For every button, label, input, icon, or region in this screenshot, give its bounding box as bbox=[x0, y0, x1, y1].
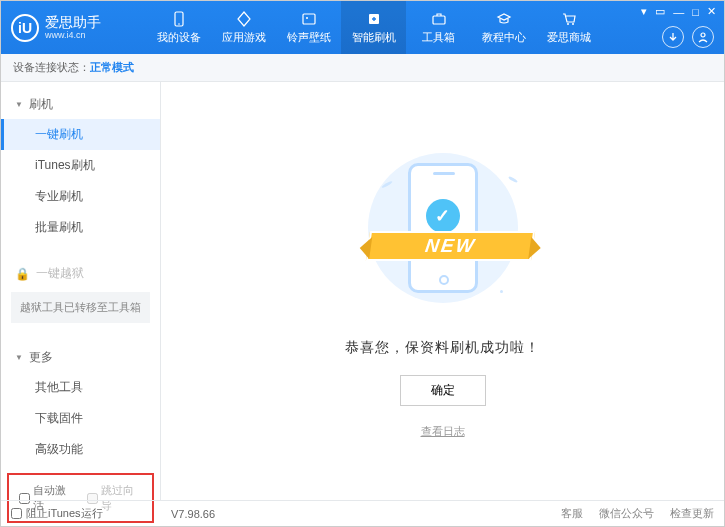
status-bar: 设备连接状态： 正常模式 bbox=[1, 54, 724, 82]
nav-my-device[interactable]: 我的设备 bbox=[146, 1, 211, 54]
nav-ringtones[interactable]: 铃声壁纸 bbox=[276, 1, 341, 54]
svg-point-7 bbox=[572, 23, 574, 25]
menu-icon[interactable]: ▾ bbox=[641, 5, 647, 18]
sidebar-section-more[interactable]: ▼更多 bbox=[1, 343, 160, 372]
logo-area: iU 爱思助手 www.i4.cn bbox=[1, 14, 146, 42]
sidebar-item-onekey[interactable]: 一键刷机 bbox=[1, 119, 160, 150]
ok-button[interactable]: 确定 bbox=[400, 375, 486, 406]
sidebar-item-pro[interactable]: 专业刷机 bbox=[1, 181, 160, 212]
svg-point-1 bbox=[178, 23, 180, 25]
app-url: www.i4.cn bbox=[45, 30, 101, 40]
nav-store[interactable]: 爱思商城 bbox=[536, 1, 601, 54]
new-ribbon: NEW bbox=[365, 231, 534, 261]
download-button[interactable] bbox=[662, 26, 684, 48]
sidebar-item-other[interactable]: 其他工具 bbox=[1, 372, 160, 403]
footer-wechat-link[interactable]: 微信公众号 bbox=[599, 506, 654, 521]
app-icon bbox=[234, 10, 254, 28]
logo-icon: iU bbox=[11, 14, 39, 42]
svg-rect-2 bbox=[303, 14, 315, 24]
sidebar: ▼刷机 一键刷机 iTunes刷机 专业刷机 批量刷机 🔒一键越狱 越狱工具已转… bbox=[1, 82, 161, 500]
success-message: 恭喜您，保资料刷机成功啦！ bbox=[345, 339, 540, 357]
check-icon: ✓ bbox=[426, 199, 460, 233]
footer-update-link[interactable]: 检查更新 bbox=[670, 506, 714, 521]
svg-point-8 bbox=[701, 33, 705, 37]
status-label: 设备连接状态： bbox=[13, 60, 90, 75]
svg-point-6 bbox=[567, 23, 569, 25]
status-mode: 正常模式 bbox=[90, 60, 134, 75]
nav-toolbox[interactable]: 工具箱 bbox=[406, 1, 471, 54]
success-illustration: ✓ NEW bbox=[353, 143, 533, 323]
nav-flash[interactable]: 智能刷机 bbox=[341, 1, 406, 54]
sidebar-item-batch[interactable]: 批量刷机 bbox=[1, 212, 160, 243]
chevron-down-icon: ▼ bbox=[15, 100, 23, 109]
cart-icon bbox=[559, 10, 579, 28]
close-icon[interactable]: ✕ bbox=[707, 5, 716, 18]
window-controls: ▾ ▭ — □ ✕ bbox=[641, 5, 716, 18]
svg-rect-5 bbox=[433, 16, 445, 24]
nav-tutorials[interactable]: 教程中心 bbox=[471, 1, 536, 54]
sidebar-item-advanced[interactable]: 高级功能 bbox=[1, 434, 160, 465]
skin-icon[interactable]: ▭ bbox=[655, 5, 665, 18]
minimize-icon[interactable]: — bbox=[673, 6, 684, 18]
sidebar-item-itunes[interactable]: iTunes刷机 bbox=[1, 150, 160, 181]
nav-tabs: 我的设备 应用游戏 铃声壁纸 智能刷机 工具箱 教程中心 爱思商城 bbox=[146, 1, 601, 54]
chevron-down-icon: ▼ bbox=[15, 353, 23, 362]
flash-icon bbox=[364, 10, 384, 28]
main-content: ✓ NEW 恭喜您，保资料刷机成功啦！ 确定 查看日志 bbox=[161, 82, 724, 500]
svg-point-3 bbox=[306, 17, 308, 19]
graduation-icon bbox=[494, 10, 514, 28]
toolbox-icon bbox=[429, 10, 449, 28]
footer-service-link[interactable]: 客服 bbox=[561, 506, 583, 521]
user-button[interactable] bbox=[692, 26, 714, 48]
image-icon bbox=[299, 10, 319, 28]
maximize-icon[interactable]: □ bbox=[692, 6, 699, 18]
view-log-link[interactable]: 查看日志 bbox=[421, 424, 465, 439]
nav-apps[interactable]: 应用游戏 bbox=[211, 1, 276, 54]
block-itunes-checkbox[interactable]: 阻止iTunes运行 bbox=[11, 506, 103, 521]
sidebar-section-flash[interactable]: ▼刷机 bbox=[1, 90, 160, 119]
app-header: iU 爱思助手 www.i4.cn 我的设备 应用游戏 铃声壁纸 智能刷机 工具… bbox=[1, 1, 724, 54]
lock-icon: 🔒 bbox=[15, 267, 30, 281]
sidebar-section-jailbreak: 🔒一键越狱 bbox=[1, 259, 160, 288]
phone-icon bbox=[169, 10, 189, 28]
sidebar-item-download[interactable]: 下载固件 bbox=[1, 403, 160, 434]
version-label: V7.98.66 bbox=[171, 508, 215, 520]
footer: 阻止iTunes运行 V7.98.66 客服 微信公众号 检查更新 bbox=[1, 500, 724, 526]
jailbreak-note: 越狱工具已转移至工具箱 bbox=[11, 292, 150, 323]
app-title: 爱思助手 bbox=[45, 15, 101, 30]
